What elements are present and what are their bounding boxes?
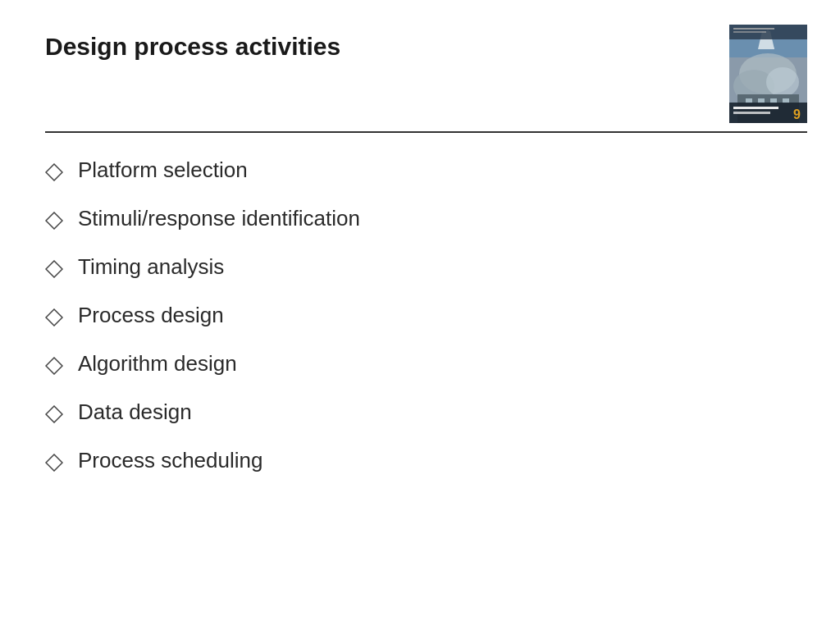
svg-rect-17 [733,28,774,30]
bullet-text: Stimuli/response identification [78,206,360,231]
list-item: Data design [45,399,795,425]
list-item: Stimuli/response identification [45,206,795,231]
svg-marker-21 [46,261,62,277]
bullet-text: Process scheduling [78,448,262,473]
svg-marker-23 [46,358,62,374]
book-cover-image: 9 [729,25,807,123]
bullet-text: Platform selection [78,158,248,183]
bullet-list: Platform selection Stimuli/response iden… [0,133,840,473]
list-item: Algorithm design [45,351,795,377]
svg-rect-14 [733,107,778,109]
svg-point-4 [766,67,799,97]
diamond-icon [45,162,63,180]
diamond-icon [45,307,63,325]
diamond-icon [45,404,63,422]
svg-marker-24 [46,406,62,422]
slide: Design process activities [0,0,840,630]
book-cover-svg: 9 [729,25,807,123]
svg-marker-25 [46,454,62,471]
diamond-icon [45,258,63,276]
list-item: Timing analysis [45,254,795,280]
slide-title: Design process activities [45,25,340,61]
svg-marker-22 [46,309,62,326]
header: Design process activities [0,0,840,123]
bullet-text: Algorithm design [78,351,237,377]
svg-marker-19 [46,164,62,180]
svg-marker-20 [46,212,62,229]
bullet-text: Timing analysis [78,254,224,280]
bullet-text: Data design [78,399,192,425]
list-item: Process design [45,303,795,328]
svg-rect-15 [733,112,770,114]
diamond-icon [45,210,63,228]
diamond-icon [45,355,63,373]
list-item: Process scheduling [45,448,795,473]
svg-text:9: 9 [793,107,801,121]
diamond-icon [45,452,63,470]
list-item: Platform selection [45,158,795,183]
svg-rect-18 [733,31,766,33]
bullet-text: Process design [78,303,224,328]
